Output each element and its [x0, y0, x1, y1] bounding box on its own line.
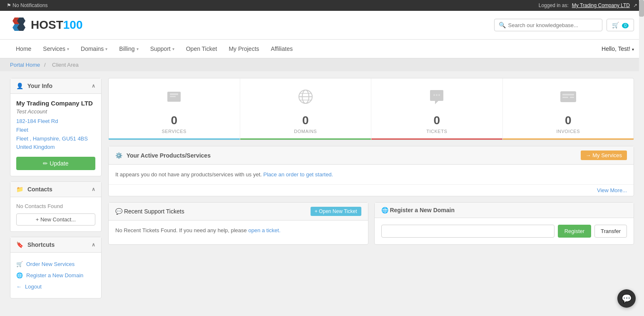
- shortcuts-card: 🔖 Shortcuts ∧ 🛒 Order New Services 🌐 Reg…: [10, 237, 102, 298]
- breadcrumb-separator: /: [44, 62, 47, 68]
- scrollbar-track[interactable]: [639, 0, 644, 305]
- support-header: 💬 Recent Support Tickets + Open New Tick…: [109, 203, 368, 221]
- services-count: 0: [171, 114, 177, 127]
- tickets-bar: [371, 138, 502, 140]
- transfer-button[interactable]: Transfer: [594, 225, 627, 238]
- your-info-body: My Trading Company LTD Test Account 182-…: [10, 94, 101, 176]
- cart-button[interactable]: 🛒 0: [607, 19, 634, 31]
- services-bar: [109, 138, 240, 140]
- shortcuts-header[interactable]: 🔖 Shortcuts ∧: [10, 237, 101, 253]
- view-more[interactable]: View More...: [109, 184, 634, 196]
- top-bar: ⚑ No Notifications Logged in as: My Trad…: [0, 0, 644, 11]
- svg-rect-6: [170, 96, 176, 97]
- nav: Home Services ▾ Domains ▾ Billing ▾ Supp…: [0, 40, 644, 58]
- order-link[interactable]: Place an order to get started.: [264, 171, 333, 178]
- address-line-1: 182-184 Fleet Rd: [16, 117, 95, 126]
- breadcrumb-client-area: Client Area: [52, 62, 79, 68]
- stat-invoices: 0 INVOICES: [503, 78, 634, 140]
- nav-support[interactable]: Support ▾: [144, 40, 180, 58]
- no-contacts-text: No Contacts Found: [16, 203, 95, 209]
- domain-register-body: Register Transfer: [375, 218, 634, 244]
- invoices-icon: [558, 87, 578, 110]
- nav-domains[interactable]: Domains ▾: [75, 40, 113, 58]
- domains-bar: [240, 138, 371, 140]
- chevron-down-icon: ▾: [137, 47, 139, 51]
- svg-point-12: [433, 94, 435, 96]
- register-button[interactable]: Register: [558, 225, 591, 238]
- header: HOST100 🔍 🛒 0: [0, 11, 644, 40]
- shortcut-register-domain[interactable]: 🌐 Register a New Domain: [16, 270, 95, 281]
- main-content: 👤 Your Info ∧ My Trading Company LTD Tes…: [0, 71, 644, 305]
- services-header-icon: ⚙️: [115, 152, 122, 159]
- company-name: My Trading Company LTD: [16, 100, 95, 107]
- notifications[interactable]: ⚑ No Notifications: [7, 3, 47, 8]
- update-button[interactable]: ✏ Update: [16, 157, 95, 170]
- svg-rect-5: [170, 93, 178, 95]
- invoices-label: INVOICES: [556, 129, 580, 134]
- domain-search-input[interactable]: [381, 225, 554, 238]
- address-line-2: Fleet: [16, 126, 95, 135]
- invoices-bar: [503, 138, 634, 140]
- search-box[interactable]: 🔍: [494, 19, 602, 31]
- active-services-header: ⚙️ Your Active Products/Services → My Se…: [109, 146, 634, 165]
- no-services-text: It appears you do not have any products/…: [115, 171, 627, 178]
- chevron-down-icon: ▾: [632, 47, 634, 52]
- nav-affiliates[interactable]: Affiliates: [265, 40, 299, 58]
- top-bar-right: Logged in as: My Trading Company LTD ↗: [539, 3, 637, 8]
- nav-open-ticket[interactable]: Open Ticket: [180, 40, 223, 58]
- cart-icon: 🛒: [16, 261, 23, 267]
- nav-home[interactable]: Home: [10, 40, 37, 58]
- new-contact-button[interactable]: + New Contact...: [16, 213, 95, 226]
- shortcut-logout[interactable]: ← Logout: [16, 281, 95, 292]
- nav-services[interactable]: Services ▾: [37, 40, 75, 58]
- invoices-count: 0: [565, 114, 572, 127]
- shortcuts-body: 🛒 Order New Services 🌐 Register a New Do…: [10, 253, 101, 298]
- contacts-header[interactable]: 📁 Contacts ∧: [10, 182, 101, 197]
- nav-my-projects[interactable]: My Projects: [223, 40, 265, 58]
- search-input[interactable]: [508, 22, 598, 28]
- content-area: 0 SERVICES 0 DOMAINS: [108, 78, 634, 298]
- collapse-icon[interactable]: ∧: [92, 242, 95, 248]
- collapse-icon[interactable]: ∧: [92, 186, 95, 192]
- domain-register-header: 🌐 Register a New Domain: [375, 203, 634, 218]
- stat-domains: 0 DOMAINS: [240, 78, 372, 140]
- svg-rect-16: [562, 94, 574, 95]
- open-ticket-link[interactable]: open a ticket.: [248, 227, 280, 233]
- tickets-count: 0: [433, 114, 440, 127]
- address-line-3: Fleet , Hampshire, GU51 4BS: [16, 135, 95, 143]
- external-link-icon[interactable]: ↗: [633, 3, 637, 8]
- domain-register-card: 🌐 Register a New Domain Register Transfe…: [374, 202, 634, 245]
- scrollbar-thumb[interactable]: [639, 0, 644, 17]
- open-new-ticket-button[interactable]: + Open New Ticket: [311, 207, 361, 216]
- my-services-button[interactable]: → My Services: [581, 150, 627, 160]
- tickets-icon: [427, 87, 447, 110]
- support-body: No Recent Tickets Found. If you need any…: [109, 221, 368, 240]
- support-tickets-card: 💬 Recent Support Tickets + Open New Tick…: [108, 202, 368, 245]
- chevron-down-icon: ▾: [172, 47, 174, 51]
- logo-text: HOST100: [31, 18, 83, 32]
- nav-billing[interactable]: Billing ▾: [113, 40, 144, 58]
- services-label: SERVICES: [162, 129, 186, 134]
- account-type: Test Account: [16, 108, 95, 115]
- chevron-down-icon: ▾: [67, 47, 69, 51]
- company-link[interactable]: My Trading Company LTD: [572, 3, 630, 8]
- logged-in-label: Logged in as:: [539, 3, 569, 8]
- breadcrumb-portal-home[interactable]: Portal Home: [10, 62, 40, 68]
- nav-user-menu[interactable]: Hello, Test! ▾: [602, 45, 634, 52]
- shortcut-order-services[interactable]: 🛒 Order New Services: [16, 258, 95, 270]
- domains-count: 0: [302, 114, 309, 127]
- chat-icon: 💬: [115, 208, 124, 215]
- flag-icon: ⚑: [7, 3, 11, 8]
- globe-icon: 🌐: [381, 207, 390, 213]
- no-tickets-text: No Recent Tickets Found. If you need any…: [115, 227, 361, 233]
- chat-bubble[interactable]: 💬: [617, 289, 636, 305]
- active-services-body: It appears you do not have any products/…: [109, 165, 634, 184]
- logo[interactable]: HOST100: [10, 16, 83, 34]
- active-services-card: ⚙️ Your Active Products/Services → My Se…: [108, 146, 634, 196]
- your-info-header[interactable]: 👤 Your Info ∧: [10, 78, 101, 94]
- breadcrumb: Portal Home / Client Area: [0, 58, 644, 71]
- chat-icon: 💬: [622, 293, 632, 303]
- collapse-icon[interactable]: ∧: [92, 83, 95, 89]
- folder-icon: 📁: [16, 186, 23, 193]
- country: United Kingdom: [16, 143, 95, 152]
